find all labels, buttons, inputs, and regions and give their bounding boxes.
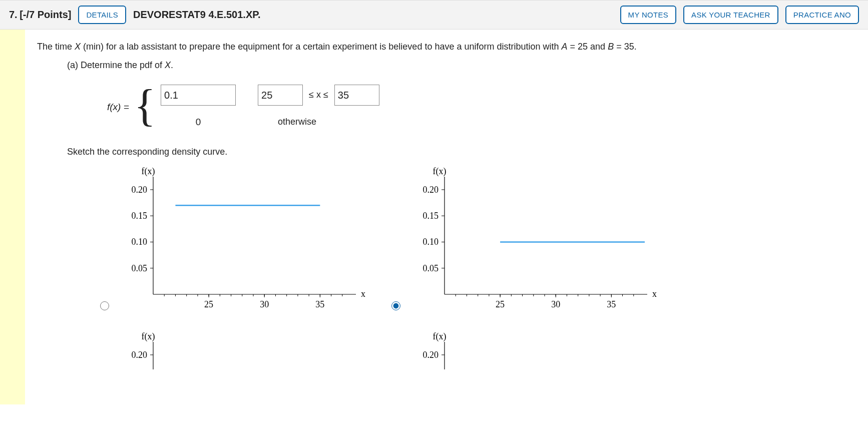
pdf-case-1: 0.1 25 ≤ x ≤ 35	[161, 85, 379, 106]
svg-text:f(x): f(x)	[433, 166, 447, 177]
lower-bound-input[interactable]: 25	[258, 85, 303, 106]
question-number: 7. [-/7 Points]	[9, 9, 71, 21]
svg-text:0.05: 0.05	[423, 263, 439, 273]
svg-text:35: 35	[315, 299, 324, 309]
question-header: 7. [-/7 Points] DETAILS DEVORESTAT9 4.E.…	[0, 0, 868, 30]
svg-text:f(x): f(x)	[142, 331, 155, 342]
density-plot-2: f(x)0.20	[118, 329, 368, 369]
svg-text:35: 35	[607, 299, 616, 309]
chart-option-1: f(x)0.050.100.150.20253035x	[388, 164, 660, 314]
svg-text:30: 30	[551, 299, 560, 309]
my-notes-button[interactable]: MY NOTES	[620, 6, 676, 24]
svg-text:0.10: 0.10	[423, 237, 439, 247]
svg-text:0.10: 0.10	[132, 237, 148, 247]
chart-radio-0[interactable]	[100, 301, 109, 310]
svg-text:f(x): f(x)	[142, 166, 155, 177]
density-plot-0: f(x)0.050.100.150.20253035x	[118, 164, 368, 314]
question-source: DEVORESTAT9 4.E.501.XP.	[133, 9, 261, 21]
brace-icon: {	[134, 88, 156, 124]
svg-text:0.20: 0.20	[132, 185, 148, 195]
upper-bound-input[interactable]: 35	[334, 85, 379, 106]
fx-label: f(x) =	[107, 100, 129, 115]
svg-text:0.20: 0.20	[132, 350, 148, 360]
highlight-band	[0, 30, 25, 404]
chart-option-0: f(x)0.050.100.150.20253035x	[97, 164, 368, 314]
svg-text:0.05: 0.05	[132, 263, 148, 273]
pdf-definition: f(x) = { 0.1 25 ≤ x ≤ 35 0 otherwise	[107, 85, 660, 130]
sketch-prompt: Sketch the corresponding density curve.	[67, 145, 660, 159]
svg-text:0.20: 0.20	[423, 350, 439, 360]
svg-text:25: 25	[496, 299, 505, 309]
svg-text:30: 30	[260, 299, 269, 309]
ask-teacher-button[interactable]: ASK YOUR TEACHER	[683, 6, 778, 24]
svg-text:x: x	[361, 289, 365, 299]
details-button[interactable]: DETAILS	[78, 6, 126, 24]
charts-grid: f(x)0.050.100.150.20253035xf(x)0.050.100…	[97, 164, 660, 369]
pdf-case-2: 0 otherwise	[161, 115, 379, 130]
svg-text:25: 25	[204, 299, 213, 309]
part-a-prompt: (a) Determine the pdf of X.	[67, 58, 660, 73]
pdf-value-input[interactable]: 0.1	[161, 85, 236, 106]
otherwise-label: otherwise	[278, 115, 316, 129]
density-plot-1: f(x)0.050.100.150.20253035x	[409, 164, 660, 314]
svg-text:f(x): f(x)	[433, 331, 447, 342]
chart-radio-1[interactable]	[391, 301, 400, 310]
chart-option-2: f(x)0.20	[97, 329, 368, 369]
svg-text:0.20: 0.20	[423, 185, 439, 195]
chart-option-3: f(x)0.20	[388, 329, 660, 369]
practice-another-button[interactable]: PRACTICE ANO	[785, 6, 859, 24]
pdf-zero: 0	[161, 115, 236, 130]
svg-text:0.15: 0.15	[423, 211, 439, 221]
svg-text:0.15: 0.15	[132, 211, 148, 221]
question-body: The time X (min) for a lab assistant to …	[25, 30, 672, 404]
density-plot-3: f(x)0.20	[409, 329, 660, 369]
svg-text:x: x	[652, 289, 657, 299]
problem-statement: The time X (min) for a lab assistant to …	[37, 40, 660, 54]
